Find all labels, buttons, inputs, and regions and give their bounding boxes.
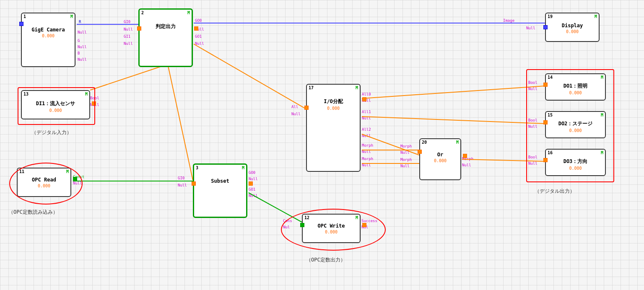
svg-text:GO0: GO0 [249, 171, 255, 175]
port-or-right-null[interactable] [463, 154, 467, 158]
port-hantei-left-null2[interactable] [137, 26, 141, 31]
svg-text:Bool: Bool [528, 155, 538, 159]
node-title-opc-write: OPC Write [303, 222, 360, 230]
node-title-or: Or [420, 151, 460, 158]
node-value-display: 0.000 [546, 29, 599, 34]
svg-line-32 [362, 134, 419, 155]
node-title-gige: GigE Camera [22, 26, 75, 34]
node-value-do3: 0.000 [546, 166, 605, 171]
port-io-right-morphnull2[interactable] [362, 97, 366, 101]
annotation-digital-output: （デジタル出力） [535, 188, 575, 195]
port-opc-write-left-null[interactable] [300, 223, 304, 227]
port-do3-left-null[interactable] [543, 158, 548, 162]
svg-text:All1: All1 [362, 110, 371, 114]
port-opc-write-right-null[interactable] [362, 223, 366, 227]
node-m-or: M [456, 140, 459, 145]
node-value-opc-write: 0.000 [303, 230, 360, 234]
svg-text:Null: Null [526, 26, 535, 30]
node-do2[interactable]: 15 M DO2：ステージ 0.000 [545, 111, 606, 138]
node-do3[interactable]: 16 M DO3：方向 0.000 [545, 149, 606, 176]
node-m-subset: M [242, 166, 244, 170]
node-hantei[interactable]: 2 M 判定出力 [138, 8, 193, 67]
port-gige-left-3[interactable] [19, 22, 23, 26]
node-subset[interactable]: 3 M Subset [193, 163, 247, 218]
svg-text:GO1: GO1 [195, 34, 202, 39]
node-title-di1: DI1：流入センサ [22, 99, 89, 108]
svg-line-19 [194, 44, 306, 109]
node-id-opc-write: 12 [304, 215, 309, 220]
svg-text:GI0: GI0 [124, 20, 130, 24]
annotation-digital-input: （デジタル入力） [31, 129, 72, 136]
node-m-display: M [595, 14, 597, 19]
node-value-io: 0.000 [307, 106, 360, 111]
node-io-bunpai[interactable]: 17 M I/O分配 0.000 [306, 84, 361, 172]
node-title-io: I/O分配 [307, 97, 360, 106]
svg-text:All: All [291, 105, 298, 109]
node-id-hantei: 2 [141, 10, 144, 15]
node-value-gige: 0.000 [22, 34, 75, 38]
svg-text:Null: Null [124, 27, 133, 31]
port-display-left[interactable] [543, 25, 548, 29]
node-value-do1: 0.000 [546, 91, 605, 95]
node-gige-camera[interactable]: 1 M GigE Camera 0.000 [21, 13, 75, 67]
node-title-do1: DO1：照明 [546, 82, 605, 91]
svg-line-66 [166, 54, 193, 180]
port-do1-left-null[interactable] [543, 83, 548, 87]
port-do2-left-null[interactable] [543, 120, 548, 124]
node-or[interactable]: 20 M Or 0.000 [419, 138, 461, 180]
svg-text:Morph: Morph [362, 157, 373, 161]
node-di1[interactable]: 13 M DI1：流入センサ 0.000 [21, 90, 90, 119]
node-m-opc-write: M [356, 215, 358, 220]
node-value-do2: 0.000 [546, 128, 605, 133]
node-m-opc-read: M [66, 169, 69, 174]
node-value-di1: 0.000 [22, 108, 89, 113]
node-m-gige: M [70, 14, 73, 19]
svg-text:Null: Null [362, 116, 371, 120]
svg-line-30 [362, 86, 545, 98]
svg-text:Null: Null [78, 45, 87, 49]
port-or-left-4[interactable] [418, 150, 422, 154]
svg-text:R: R [79, 20, 81, 24]
node-value-or: 0.000 [420, 158, 460, 163]
svg-line-31 [362, 117, 545, 124]
svg-text:Null: Null [400, 164, 410, 168]
node-title-opc-read: OPC Read [18, 176, 70, 184]
annotation-opc-write: （OPC定数出力） [306, 256, 345, 264]
svg-text:B: B [78, 51, 80, 55]
port-subset-left-null[interactable] [192, 181, 196, 186]
node-title-do2: DO2：ステージ [546, 119, 605, 128]
node-display[interactable]: 19 M Display 0.000 [545, 13, 600, 42]
node-value-opc-read: 0.000 [18, 184, 70, 188]
port-subset-right-null2[interactable] [249, 181, 253, 186]
svg-text:G: G [78, 39, 80, 43]
port-di1-right-null[interactable] [92, 101, 96, 106]
port-opc-read-right-null[interactable] [73, 177, 77, 181]
node-do1[interactable]: 14 M DO1：照明 0.000 [545, 73, 606, 101]
svg-text:GO1: GO1 [249, 187, 255, 192]
svg-text:GI1: GI1 [124, 34, 130, 39]
node-title-display: Display [546, 22, 599, 29]
node-opc-write[interactable]: 12 M OPC Write 0.000 [302, 214, 361, 243]
node-id-or: 20 [422, 140, 427, 145]
svg-text:GO0: GO0 [195, 18, 202, 23]
annotation-opc-read: （OPC定数読み込み） [8, 209, 58, 216]
svg-text:Nul: Nul [283, 225, 290, 229]
svg-text:Bool: Bool [528, 80, 538, 85]
node-title-hantei: 判定出力 [140, 22, 192, 31]
svg-text:Null: Null [528, 161, 538, 166]
svg-text:Null: Null [78, 57, 87, 62]
svg-text:Null: Null [178, 183, 187, 187]
svg-text:Morph: Morph [400, 144, 412, 148]
node-id-subset: 3 [196, 166, 198, 170]
svg-text:Success: Success [361, 219, 377, 223]
node-opc-read[interactable]: 11 M OPC Read 0.000 [17, 168, 71, 197]
svg-text:Bool: Bool [90, 96, 99, 100]
node-id-display: 19 [548, 14, 553, 19]
node-id-do2: 15 [548, 113, 553, 117]
svg-text:Null: Null [195, 41, 204, 46]
port-io-left-null[interactable] [304, 106, 309, 110]
node-m-do3: M [601, 150, 603, 155]
port-hantei-right-null2[interactable] [194, 26, 198, 31]
svg-text:Null: Null [78, 30, 87, 34]
node-m-do1: M [601, 75, 603, 80]
